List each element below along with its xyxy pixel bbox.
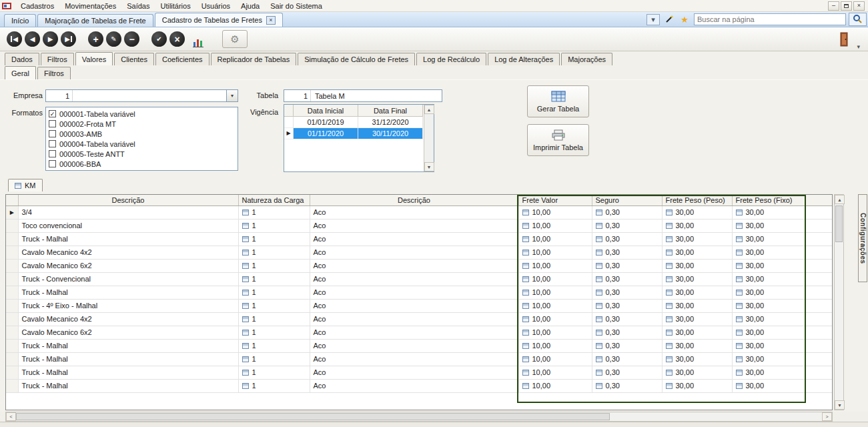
cell-frete-peso-peso[interactable]: 30,00 xyxy=(662,272,732,286)
cell-natureza[interactable]: 1 xyxy=(238,205,310,219)
table-row[interactable]: Cavalo Mecanico 4x2 1 Aco 10,00 0,30 30,… xyxy=(6,246,832,259)
table-row[interactable]: Toco convencional 1 Aco 10,00 0,30 30,00… xyxy=(6,219,832,232)
cell-descricao[interactable]: Truck - Malhal xyxy=(18,286,238,299)
table-row[interactable]: Cavalo Mecanico 6x2 1 Aco 10,00 0,30 30,… xyxy=(6,326,832,339)
cell-descricao2[interactable]: Aco xyxy=(310,366,518,379)
cell-frete-peso-peso[interactable]: 30,00 xyxy=(662,299,732,312)
table-row[interactable]: ▶ 3/4 1 Aco 10,00 0,30 30,00 30,00 xyxy=(6,205,832,219)
inner-tab[interactable]: Geral xyxy=(5,66,36,79)
insert-record-button[interactable]: + xyxy=(88,31,103,47)
cell-natureza[interactable]: 1 xyxy=(238,366,310,379)
cell-descricao[interactable]: Cavalo Mecanico 4x2 xyxy=(18,246,238,259)
cell-seguro[interactable]: 0,30 xyxy=(592,366,662,379)
scroll-left-icon[interactable]: < xyxy=(6,412,16,421)
cancel-button[interactable]: × xyxy=(169,31,185,47)
cell-frete-peso-fixo[interactable]: 30,00 xyxy=(732,299,805,312)
scroll-up-icon[interactable]: ▲ xyxy=(835,195,845,204)
table-row[interactable]: Truck - Malhal 1 Aco 10,00 0,30 30,00 30… xyxy=(6,232,832,246)
menu-item[interactable]: Saídas xyxy=(121,1,155,11)
col-descricao[interactable]: Descrição xyxy=(18,195,238,205)
cell-descricao[interactable]: Cavalo Mecanico 6x2 xyxy=(18,259,238,272)
module-tab[interactable]: Clientes xyxy=(114,53,154,65)
cell-frete-valor[interactable]: 10,00 xyxy=(518,286,592,299)
cell-descricao2[interactable]: Aco xyxy=(310,205,518,219)
cell-frete-peso-peso[interactable]: 30,00 xyxy=(662,246,732,259)
cell-frete-valor[interactable]: 10,00 xyxy=(518,339,592,352)
cell-frete-peso-peso[interactable]: 30,00 xyxy=(662,219,732,232)
cell-descricao2[interactable]: Aco xyxy=(310,379,518,392)
confirm-button[interactable]: ✔ xyxy=(151,31,167,47)
cell-frete-valor[interactable]: 10,00 xyxy=(518,299,592,312)
cell-frete-valor[interactable]: 10,00 xyxy=(518,352,592,366)
edit-record-button[interactable]: ✎ xyxy=(106,31,121,47)
menu-item[interactable]: Usuários xyxy=(196,1,236,11)
cell-frete-valor[interactable]: 10,00 xyxy=(518,205,592,219)
exit-button[interactable] xyxy=(834,31,854,48)
formato-checkbox[interactable] xyxy=(49,120,56,127)
tabela-field[interactable]: 1 Tabela M xyxy=(284,89,442,102)
cell-natureza[interactable]: 1 xyxy=(238,352,310,366)
tab-cadastro-tabelas-fretes[interactable]: Cadastro de Tabelas de Fretes × xyxy=(155,13,283,27)
cell-seguro[interactable]: 0,30 xyxy=(592,205,662,219)
table-row[interactable]: Truck - Malhal 1 Aco 10,00 0,30 30,00 30… xyxy=(6,352,832,366)
toolbar-overflow-chevron[interactable]: ▾ xyxy=(857,43,861,51)
cell-frete-peso-fixo[interactable]: 30,00 xyxy=(732,272,805,286)
cell-frete-peso-peso[interactable]: 30,00 xyxy=(662,312,732,326)
cell-frete-peso-fixo[interactable]: 30,00 xyxy=(732,246,805,259)
tab-inicio[interactable]: Início xyxy=(4,14,36,27)
cell-frete-valor[interactable]: 10,00 xyxy=(518,312,592,326)
cell-natureza[interactable]: 1 xyxy=(238,272,310,286)
cell-descricao2[interactable]: Aco xyxy=(310,299,518,312)
cell-descricao2[interactable]: Aco xyxy=(310,326,518,339)
cell-descricao[interactable]: Truck - Malhal xyxy=(18,352,238,366)
cell-frete-valor[interactable]: 10,00 xyxy=(518,379,592,392)
empresa-combo-button[interactable]: ▾ xyxy=(227,89,238,102)
module-tab[interactable]: Dados xyxy=(5,53,39,65)
delete-record-button[interactable]: − xyxy=(124,31,139,47)
module-tab[interactable]: Log de Alterações xyxy=(488,53,560,65)
formato-item[interactable]: 000006-BBA xyxy=(49,159,235,169)
cell-frete-peso-fixo[interactable]: 30,00 xyxy=(732,366,805,379)
col-frete-peso-fixo[interactable]: Frete Peso (Fixo) xyxy=(732,195,805,205)
table-row[interactable]: Cavalo Mecanico 6x2 1 Aco 10,00 0,30 30,… xyxy=(6,259,832,272)
table-row[interactable]: Truck - Malhal 1 Aco 10,00 0,30 30,00 30… xyxy=(6,286,832,299)
cell-frete-peso-peso[interactable]: 30,00 xyxy=(662,339,732,352)
cell-frete-peso-peso[interactable]: 30,00 xyxy=(662,259,732,272)
cell-frete-peso-peso[interactable]: 30,00 xyxy=(662,286,732,299)
col-frete-valor[interactable]: Frete Valor xyxy=(518,195,592,205)
cell-natureza[interactable]: 1 xyxy=(238,219,310,232)
col-descricao2[interactable]: Descrição xyxy=(310,195,518,205)
next-record-button[interactable]: ▶ xyxy=(43,31,58,47)
minimize-button[interactable]: – xyxy=(828,1,839,11)
cell-descricao2[interactable]: Aco xyxy=(310,232,518,246)
cell-frete-peso-peso[interactable]: 30,00 xyxy=(662,352,732,366)
wand-icon[interactable] xyxy=(663,14,675,25)
module-tab[interactable]: Simulação de Cálculo de Fretes xyxy=(298,53,415,65)
gerar-tabela-button[interactable]: Gerar Tabela xyxy=(527,85,589,117)
cell-frete-peso-peso[interactable]: 30,00 xyxy=(662,366,732,379)
cell-descricao[interactable]: Truck - Malhal xyxy=(18,366,238,379)
last-record-button[interactable]: ▶ xyxy=(61,31,76,47)
module-tab[interactable]: Majorações xyxy=(561,53,612,65)
cell-frete-valor[interactable]: 10,00 xyxy=(518,259,592,272)
search-button[interactable] xyxy=(849,13,867,26)
cell-seguro[interactable]: 0,30 xyxy=(592,299,662,312)
scroll-up-icon[interactable]: ▲ xyxy=(424,105,434,114)
cell-natureza[interactable]: 1 xyxy=(238,232,310,246)
cell-frete-peso-fixo[interactable]: 30,00 xyxy=(732,379,805,392)
tab-km[interactable]: KM xyxy=(8,179,43,191)
formato-checkbox[interactable] xyxy=(49,160,56,167)
cell-frete-peso-fixo[interactable]: 30,00 xyxy=(732,326,805,339)
imprimir-tabela-button[interactable]: Imprimir Tabela xyxy=(527,124,589,156)
first-record-button[interactable]: ◀ xyxy=(7,31,22,47)
formato-checkbox[interactable] xyxy=(49,130,56,137)
formato-item[interactable]: 000004-Tabela variável xyxy=(49,139,235,149)
formato-checkbox[interactable]: ✓ xyxy=(49,110,56,117)
cell-natureza[interactable]: 1 xyxy=(238,246,310,259)
cell-descricao[interactable]: Truck - 4º Eixo - Malhal xyxy=(18,299,238,312)
formato-item[interactable]: 000005-Teste ANTT xyxy=(49,149,235,159)
cell-frete-peso-peso[interactable]: 30,00 xyxy=(662,379,732,392)
chart-button[interactable] xyxy=(190,31,206,47)
cell-frete-peso-fixo[interactable]: 30,00 xyxy=(732,312,805,326)
cell-frete-valor[interactable]: 10,00 xyxy=(518,272,592,286)
